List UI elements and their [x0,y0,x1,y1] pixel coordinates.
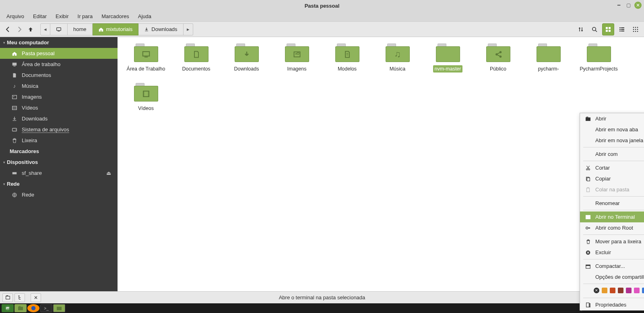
sidebar-section-computer[interactable]: ▾ Meu computador [0,37,118,48]
svg-point-49 [586,227,588,229]
menu-marcadores[interactable]: Marcadores [97,12,133,21]
view-compact-button[interactable] [630,23,642,35]
svg-point-13 [635,27,636,28]
taskbar-firefox-launcher[interactable] [27,304,39,312]
menu-exibir[interactable]: Exibir [52,12,73,21]
folder-view[interactable]: Área de TrabalhoDocumentosDownloadsImage… [118,37,644,291]
sidebar-item-desktop[interactable]: Área de trabalho [0,59,118,70]
chevron-down-icon: ▾ [3,182,5,186]
menu-editar[interactable]: Editar [29,12,51,21]
ctx-label: Abrir no Terminal [595,214,644,220]
svg-rect-25 [12,106,17,110]
ctx-item[interactable]: Abrir em nova aba [580,124,644,135]
folder-item[interactable]: pycharm- [523,44,574,73]
crumb-prev[interactable]: ◂ [40,23,50,35]
disk-icon [11,127,18,133]
search-button[interactable] [588,23,601,35]
color-swatch[interactable] [642,288,644,293]
color-swatch[interactable] [618,288,623,293]
sidebar-item-images[interactable]: Imagens [0,91,118,102]
view-list-button[interactable] [616,23,628,35]
taskbar-files-window[interactable] [53,304,65,312]
music-icon: ♪ [11,83,18,89]
color-clear[interactable]: ✕ [594,288,599,293]
ctx-item[interactable]: Renomear [580,198,644,209]
window-title: Pasta pessoal [305,3,340,9]
ctx-item[interactable]: Abrir como Root [580,222,644,233]
folder-item[interactable]: Público [473,44,523,73]
close-panel-button[interactable]: ✕ [31,293,41,302]
svg-point-20 [637,31,638,32]
crumb-home[interactable]: home [68,23,93,35]
taskbar-files-launcher[interactable] [14,304,27,312]
nav-back-button[interactable] [2,24,14,35]
folder-item[interactable]: Área de Trabalho [121,44,171,73]
eject-icon[interactable]: ⏏ [106,170,111,176]
maximize-button[interactable]: ▢ [625,2,632,9]
taskbar-terminal-launcher[interactable]: >_ [40,304,52,312]
folder-item[interactable]: Vídeos [121,83,171,112]
nav-forward-button[interactable] [14,24,25,35]
sidebar-item-videos[interactable]: Vídeos [0,102,118,113]
sidebar-item-filesystem[interactable]: Sistema de arquivos [0,124,118,135]
folder-label: Área de Trabalho [125,65,167,73]
folder-icon [436,44,460,62]
sidebar-item-trash[interactable]: Lixeira [0,135,118,146]
image-icon [11,94,18,100]
ctx-item[interactable]: Compactar... [580,261,644,272]
folder-item[interactable]: nvm-master [423,44,473,73]
crumb-next[interactable]: ▸ [184,23,193,35]
color-swatch[interactable] [602,288,607,293]
svg-rect-39 [143,91,144,97]
toolbar-right [575,23,642,35]
menu-arquivo[interactable]: Arquivo [2,12,28,21]
view-icons-button[interactable] [602,23,614,35]
doc-icon [11,73,18,78]
ctx-item[interactable]: Abrir com▸ [580,149,644,160]
sidebar-item-home[interactable]: Pasta pessoal [0,48,118,59]
svg-rect-31 [144,56,147,57]
sidebar-item-downloads[interactable]: Downloads [0,113,118,124]
places-toggle-button[interactable] [2,293,13,302]
sidebar-section-devices[interactable]: ▾ Dispositivos [0,157,118,168]
sidebar-item-network[interactable]: Rede [0,189,118,200]
folder-item[interactable]: Modelos [322,44,372,73]
sidebar-item-documents[interactable]: Documentos [0,70,118,81]
close-button[interactable]: ✕ [634,2,642,9]
folder-item[interactable]: Documentos [171,44,221,73]
ctx-item[interactable]: Cortar [580,162,644,173]
folder-label: Imagens [286,65,308,73]
tree-toggle-button[interactable] [14,293,25,302]
folder-item[interactable]: PycharmProjects [574,44,624,73]
svg-point-12 [633,27,634,28]
sidebar-item-music[interactable]: ♪ Música [0,81,118,91]
ctx-item[interactable]: Opções de compartilhamento [580,272,644,282]
main-area: ▾ Meu computador Pasta pessoal Área de t… [0,37,644,291]
color-swatch[interactable] [610,288,615,293]
sidebar-section-network[interactable]: ▾ Rede [0,178,118,189]
ctx-item[interactable]: Abrir no Terminal [580,211,644,222]
ctx-item[interactable]: Mover para a lixeira [580,236,644,247]
crumb-downloads[interactable]: Downloads [138,23,183,35]
start-menu-button[interactable] [2,304,14,312]
folder-item[interactable]: Downloads [221,44,272,73]
menu-irpara[interactable]: Ir para [74,12,97,21]
color-swatch[interactable] [626,288,632,293]
folder-item[interactable]: Imagens [272,44,322,73]
archive-icon [585,263,591,269]
crumb-computer[interactable] [50,23,68,35]
ctx-item[interactable]: Abrir em nova janela [580,135,644,146]
ctx-item[interactable]: Abrir✚ [580,113,644,124]
ctx-item[interactable]: Propriedades [580,299,644,310]
ctx-item[interactable]: Excluir [580,247,644,258]
nav-up-button[interactable] [25,24,36,35]
menu-ajuda[interactable]: Ajuda [134,12,155,21]
crumb-mixtutoriais[interactable]: mixtutoriais [93,23,139,35]
sidebar-item-sfshare[interactable]: sf_share ⏏ [0,168,118,178]
toggle-location-button[interactable] [575,23,587,35]
ctx-item[interactable]: Copiar [580,173,644,184]
folder-item[interactable]: ♫Música [372,44,423,73]
minimize-button[interactable]: ━ [615,2,622,9]
color-swatch[interactable] [634,288,640,293]
folder-label: nvm-master [433,65,463,73]
